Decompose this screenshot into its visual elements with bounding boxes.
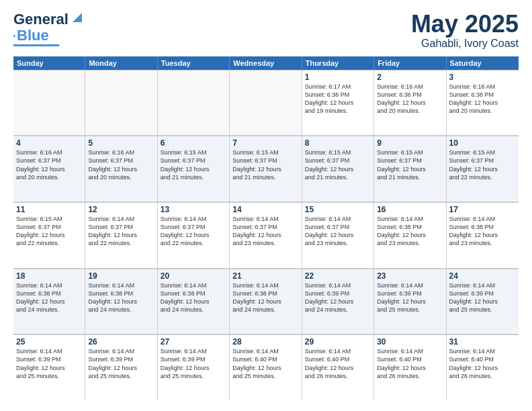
day-info: Sunrise: 6:14 AM Sunset: 6:38 PM Dayligh…: [88, 282, 137, 313]
table-row: 30Sunrise: 6:14 AM Sunset: 6:40 PM Dayli…: [374, 334, 446, 400]
day-info: Sunrise: 6:16 AM Sunset: 6:36 PM Dayligh…: [449, 83, 498, 114]
calendar-week-1: 1Sunrise: 6:17 AM Sunset: 6:36 PM Daylig…: [13, 70, 519, 136]
day-number: 19: [88, 271, 154, 281]
day-number: 3: [449, 73, 516, 82]
day-info: Sunrise: 6:14 AM Sunset: 6:37 PM Dayligh…: [161, 216, 210, 246]
table-row: 31Sunrise: 6:14 AM Sunset: 6:40 PM Dayli…: [447, 334, 519, 400]
table-row: 14Sunrise: 6:14 AM Sunset: 6:37 PM Dayli…: [230, 202, 302, 268]
day-info: Sunrise: 6:14 AM Sunset: 6:37 PM Dayligh…: [305, 216, 354, 246]
subtitle: Gahabli, Ivory Coast: [411, 38, 519, 50]
table-row: 7Sunrise: 6:15 AM Sunset: 6:37 PM Daylig…: [230, 136, 302, 201]
day-info: Sunrise: 6:16 AM Sunset: 6:36 PM Dayligh…: [377, 83, 426, 114]
table-row: 12Sunrise: 6:14 AM Sunset: 6:37 PM Dayli…: [85, 202, 157, 268]
day-number: 26: [88, 337, 154, 347]
table-row: 19Sunrise: 6:14 AM Sunset: 6:38 PM Dayli…: [85, 269, 157, 334]
day-info: Sunrise: 6:14 AM Sunset: 6:39 PM Dayligh…: [377, 282, 426, 313]
calendar-body: 1Sunrise: 6:17 AM Sunset: 6:36 PM Daylig…: [13, 70, 519, 400]
day-info: Sunrise: 6:14 AM Sunset: 6:40 PM Dayligh…: [377, 348, 426, 379]
day-info: Sunrise: 6:14 AM Sunset: 6:40 PM Dayligh…: [305, 348, 354, 379]
day-info: Sunrise: 6:16 AM Sunset: 6:37 PM Dayligh…: [16, 149, 65, 180]
table-row: [158, 70, 230, 136]
day-info: Sunrise: 6:15 AM Sunset: 6:37 PM Dayligh…: [377, 149, 426, 180]
table-row: 1Sunrise: 6:17 AM Sunset: 6:36 PM Daylig…: [302, 70, 374, 136]
day-number: 22: [305, 271, 371, 281]
day-number: 1: [305, 73, 371, 82]
day-info: Sunrise: 6:14 AM Sunset: 6:39 PM Dayligh…: [88, 348, 137, 379]
table-row: 27Sunrise: 6:14 AM Sunset: 6:39 PM Dayli…: [158, 334, 230, 400]
day-number: 20: [161, 271, 226, 281]
day-info: Sunrise: 6:14 AM Sunset: 6:39 PM Dayligh…: [449, 282, 498, 313]
table-row: 9Sunrise: 6:15 AM Sunset: 6:37 PM Daylig…: [374, 136, 446, 201]
logo-blue: Blue: [17, 28, 49, 43]
calendar-week-4: 18Sunrise: 6:14 AM Sunset: 6:38 PM Dayli…: [13, 269, 519, 335]
table-row: 10Sunrise: 6:15 AM Sunset: 6:37 PM Dayli…: [447, 136, 519, 201]
table-row: 17Sunrise: 6:14 AM Sunset: 6:38 PM Dayli…: [447, 202, 519, 268]
table-row: 24Sunrise: 6:14 AM Sunset: 6:39 PM Dayli…: [447, 269, 519, 334]
day-info: Sunrise: 6:15 AM Sunset: 6:37 PM Dayligh…: [161, 149, 210, 180]
day-number: 17: [449, 205, 516, 214]
day-number: 31: [449, 337, 516, 347]
table-row: 26Sunrise: 6:14 AM Sunset: 6:39 PM Dayli…: [85, 334, 157, 400]
day-number: 6: [161, 138, 226, 148]
day-number: 10: [449, 138, 516, 148]
day-info: Sunrise: 6:14 AM Sunset: 6:38 PM Dayligh…: [449, 216, 498, 246]
day-number: 12: [88, 205, 154, 214]
day-number: 30: [377, 337, 443, 347]
table-row: 21Sunrise: 6:14 AM Sunset: 6:38 PM Dayli…: [230, 269, 302, 334]
calendar: Sunday Monday Tuesday Wednesday Thursday…: [13, 56, 519, 400]
logo-arrow-icon: [70, 10, 85, 25]
table-row: 16Sunrise: 6:14 AM Sunset: 6:38 PM Dayli…: [374, 202, 446, 268]
day-info: Sunrise: 6:16 AM Sunset: 6:37 PM Dayligh…: [88, 149, 137, 180]
day-number: 24: [449, 271, 516, 281]
table-row: 11Sunrise: 6:15 AM Sunset: 6:37 PM Dayli…: [13, 202, 85, 268]
day-number: 4: [16, 138, 82, 148]
svg-marker-0: [73, 13, 82, 22]
main-title: May 2025: [411, 11, 519, 38]
table-row: 3Sunrise: 6:16 AM Sunset: 6:36 PM Daylig…: [447, 70, 519, 136]
day-info: Sunrise: 6:15 AM Sunset: 6:37 PM Dayligh…: [16, 216, 65, 246]
title-block: May 2025 Gahabli, Ivory Coast: [411, 11, 519, 50]
logo-general: General: [13, 11, 69, 28]
table-row: 2Sunrise: 6:16 AM Sunset: 6:36 PM Daylig…: [374, 70, 446, 136]
table-row: 28Sunrise: 6:14 AM Sunset: 6:40 PM Dayli…: [230, 334, 302, 400]
day-info: Sunrise: 6:14 AM Sunset: 6:38 PM Dayligh…: [377, 216, 426, 246]
day-number: 7: [232, 138, 298, 148]
day-number: 28: [232, 337, 298, 347]
day-number: 9: [377, 138, 443, 148]
day-number: 16: [377, 205, 443, 214]
table-row: 22Sunrise: 6:14 AM Sunset: 6:39 PM Dayli…: [302, 269, 374, 334]
day-number: 11: [16, 205, 82, 214]
calendar-header: Sunday Monday Tuesday Wednesday Thursday…: [13, 56, 519, 70]
logo-underline: [13, 44, 59, 46]
day-info: Sunrise: 6:14 AM Sunset: 6:39 PM Dayligh…: [161, 348, 210, 379]
page: General Blue May 2025 Gahabli, Ivory Coa…: [0, 0, 532, 411]
table-row: 18Sunrise: 6:14 AM Sunset: 6:38 PM Dayli…: [13, 269, 85, 334]
day-info: Sunrise: 6:14 AM Sunset: 6:37 PM Dayligh…: [88, 216, 137, 246]
calendar-week-3: 11Sunrise: 6:15 AM Sunset: 6:37 PM Dayli…: [13, 202, 519, 269]
header-thursday: Thursday: [302, 56, 374, 70]
header-sunday: Sunday: [13, 56, 85, 70]
header-saturday: Saturday: [447, 56, 519, 70]
day-info: Sunrise: 6:14 AM Sunset: 6:40 PM Dayligh…: [449, 348, 498, 379]
table-row: 23Sunrise: 6:14 AM Sunset: 6:39 PM Dayli…: [374, 269, 446, 334]
day-info: Sunrise: 6:14 AM Sunset: 6:38 PM Dayligh…: [232, 282, 281, 313]
day-info: Sunrise: 6:14 AM Sunset: 6:37 PM Dayligh…: [232, 216, 281, 246]
day-info: Sunrise: 6:14 AM Sunset: 6:40 PM Dayligh…: [232, 348, 281, 379]
day-number: 5: [88, 138, 154, 148]
day-info: Sunrise: 6:17 AM Sunset: 6:36 PM Dayligh…: [305, 83, 354, 114]
day-number: 27: [161, 337, 226, 347]
table-row: 25Sunrise: 6:14 AM Sunset: 6:39 PM Dayli…: [13, 334, 85, 400]
day-info: Sunrise: 6:14 AM Sunset: 6:38 PM Dayligh…: [161, 282, 210, 313]
day-info: Sunrise: 6:15 AM Sunset: 6:37 PM Dayligh…: [449, 149, 498, 180]
header-wednesday: Wednesday: [230, 56, 302, 70]
header-friday: Friday: [374, 56, 446, 70]
table-row: 20Sunrise: 6:14 AM Sunset: 6:38 PM Dayli…: [158, 269, 230, 334]
day-number: 23: [377, 271, 443, 281]
table-row: 13Sunrise: 6:14 AM Sunset: 6:37 PM Dayli…: [158, 202, 230, 268]
logo: General Blue: [13, 11, 85, 46]
table-row: [13, 70, 85, 136]
calendar-week-5: 25Sunrise: 6:14 AM Sunset: 6:39 PM Dayli…: [13, 334, 519, 400]
day-info: Sunrise: 6:15 AM Sunset: 6:37 PM Dayligh…: [305, 149, 354, 180]
day-number: 2: [377, 73, 443, 82]
day-info: Sunrise: 6:14 AM Sunset: 6:39 PM Dayligh…: [305, 282, 354, 313]
